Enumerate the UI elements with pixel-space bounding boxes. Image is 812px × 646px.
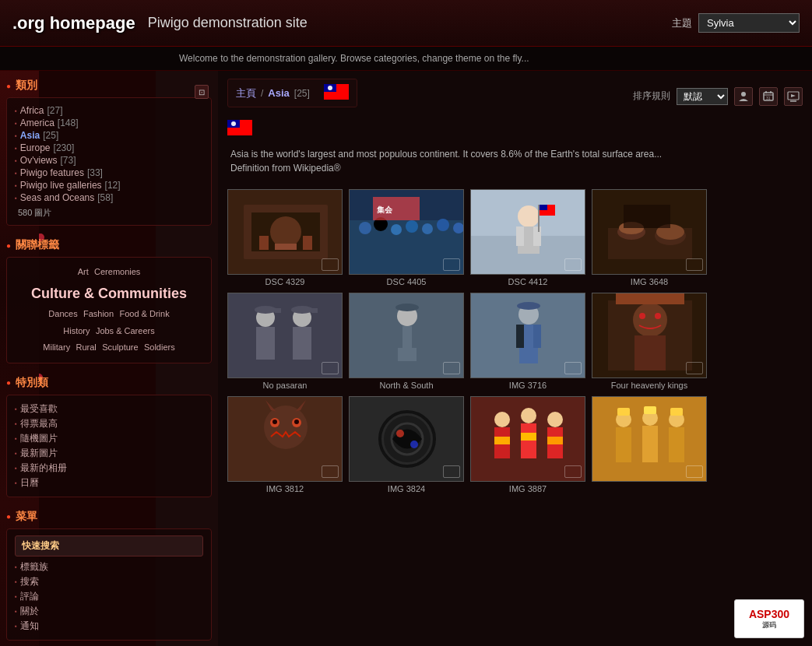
sidebar-item-africa[interactable]: Africa [27] [15, 104, 203, 117]
svg-rect-134 [669, 427, 684, 462]
sidebar-tags-section: 關聯標籤 Art Ceremonies Culture & Communitie… [6, 238, 212, 363]
piwigo-features-count: [33] [87, 167, 103, 178]
tag-fashion[interactable]: Fashion [83, 309, 114, 318]
africa-link: Africa [20, 105, 44, 116]
svg-rect-66 [533, 226, 541, 246]
asp-badge-text: 源码 [762, 620, 776, 630]
svg-point-117 [410, 441, 418, 448]
sidebar-item-favorites[interactable]: 最受喜歡 [15, 402, 203, 416]
europe-link: Europe [20, 142, 51, 153]
sort-controls: 排序規則 默認 評分 最新 文件名 [633, 87, 803, 106]
svg-rect-89 [395, 326, 402, 348]
breadcrumb-row: 主頁 / Asia [25] 排序規則 默認 評分 [227, 79, 803, 114]
photo-thumb-img3716[interactable] [470, 293, 585, 378]
tag-soldiers[interactable]: Soldiers [144, 342, 175, 352]
svg-rect-135 [617, 408, 630, 416]
sidebar-item-tags[interactable]: 標籤族 [15, 560, 203, 574]
sidebar-item-about[interactable]: 關於 [15, 604, 203, 619]
ovviews-count: [73] [60, 155, 76, 166]
recent-photos-link: 最新圖片 [20, 447, 58, 460]
photo-thumb-nopasaran[interactable] [227, 293, 343, 378]
photo-thumb-fourkings[interactable] [592, 293, 707, 378]
svg-point-42 [231, 121, 236, 126]
svg-point-55 [406, 220, 418, 233]
svg-point-54 [391, 224, 402, 235]
svg-point-84 [255, 306, 276, 314]
sidebar-item-calendar[interactable]: 日曆 [15, 476, 203, 490]
svg-rect-136 [644, 406, 656, 414]
sidebar-toggle-icon[interactable]: ⊡ [195, 85, 209, 99]
tag-food[interactable]: Food & Drink [119, 309, 169, 318]
photo-item-dsc4329[interactable]: DSC 4329 [227, 189, 343, 286]
sidebar-item-europe[interactable]: Europe [230] [15, 142, 203, 154]
welcome-bar: Welcome to the demonstration gallery. Br… [0, 47, 812, 71]
sidebar-item-asia[interactable]: Asia [25] [15, 129, 203, 142]
sidebar-item-search[interactable]: 搜索 [15, 574, 203, 589]
photo-thumb-img3812[interactable] [227, 396, 343, 482]
tag-art[interactable]: Art [78, 267, 89, 276]
sidebar-item-recent-albums[interactable]: 最新的相册 [15, 461, 203, 476]
svg-point-46 [270, 216, 301, 248]
sidebar-item-random[interactable]: 隨機圖片 [15, 431, 203, 446]
site-name: Piwigo demonstration site [148, 15, 308, 31]
sidebar-item-comments[interactable]: 評論 [15, 589, 203, 604]
sidebar-item-ovviews[interactable]: Ov'views [73] [15, 154, 203, 167]
tag-dances[interactable]: Dances [48, 309, 77, 318]
photo-item-last[interactable] [592, 396, 707, 493]
sort-select[interactable]: 默認 評分 最新 文件名 [677, 88, 728, 105]
sidebar-item-notifications[interactable]: 通知 [15, 619, 203, 634]
svg-point-57 [437, 219, 449, 231]
photo-item-dsc4405[interactable]: 集会 DSC 4405 [349, 189, 464, 286]
photo-thumb-dsc4405[interactable]: 集会 [349, 189, 464, 275]
calendar-icon[interactable]: 31 [759, 87, 778, 106]
quick-search-label: 快速搜索 [15, 535, 203, 556]
special-title: 特別類 [6, 376, 212, 390]
photo-item-img3824[interactable]: IMG 3824 [349, 396, 464, 493]
tag-jobs[interactable]: Jobs & Careers [96, 326, 155, 335]
photo-thumb-northsouth[interactable] [349, 293, 464, 378]
photo-item-img3887[interactable]: IMG 3887 [470, 396, 585, 493]
theme-select[interactable]: Sylvia Default Elegant Dark [698, 13, 800, 33]
svg-point-116 [396, 430, 404, 437]
america-count: [148] [58, 118, 79, 128]
sidebar-item-piwigo-live[interactable]: Piwigo live galleries [12] [15, 179, 203, 191]
tag-history[interactable]: History [63, 326, 90, 335]
breadcrumb-home[interactable]: 主頁 [236, 86, 256, 100]
photo-thumb-img3648[interactable] [592, 189, 707, 275]
photo-thumb-last[interactable] [592, 396, 707, 482]
site-logo[interactable]: .org homepage [12, 13, 135, 33]
svg-point-121 [521, 408, 536, 423]
photo-item-img3812[interactable]: IMG 3812 [227, 396, 343, 493]
photo-thumb-dsc4329[interactable] [227, 189, 343, 275]
breadcrumb: 主頁 / Asia [25] [227, 79, 357, 107]
tag-ceremonies[interactable]: Ceremonies [94, 267, 140, 276]
tag-culture[interactable]: Culture & Communities [31, 286, 187, 301]
sidebar-item-best-rated[interactable]: 得票最高 [15, 416, 203, 431]
photo-item-northsouth[interactable]: North & South [349, 293, 464, 390]
svg-rect-77 [228, 293, 342, 378]
photo-thumb-img3824[interactable] [349, 396, 464, 482]
sidebar-item-recent-photos[interactable]: 最新圖片 [15, 446, 203, 461]
sidebar-item-america[interactable]: America [148] [15, 117, 203, 129]
photo-item-dsc4412[interactable]: DSC 4412 [470, 189, 585, 286]
tag-sculpture[interactable]: Sculpture [102, 342, 138, 352]
photo-item-nopasaran[interactable]: No pasaran [227, 293, 343, 390]
slideshow-icon[interactable] [784, 87, 803, 106]
photo-item-fourkings[interactable]: Four heavenly kings [592, 293, 707, 390]
photo-thumb-img3887[interactable] [470, 396, 585, 482]
svg-rect-67 [538, 205, 540, 232]
photo-thumb-dsc4412[interactable] [470, 189, 585, 275]
tag-rural[interactable]: Rural [76, 342, 96, 352]
photo-item-img3648[interactable]: IMG 3648 [592, 189, 707, 286]
sidebar-item-seas[interactable]: Seas and Oceans [58] [15, 191, 203, 204]
svg-rect-98 [471, 293, 585, 378]
america-link: America [20, 118, 54, 128]
photo-item-img3716[interactable]: IMG 3716 [470, 293, 585, 390]
sidebar-item-piwigo-features[interactable]: Piwigo features [33] [15, 167, 203, 179]
tag-military[interactable]: Military [43, 342, 70, 352]
view-user-icon[interactable] [734, 87, 753, 106]
svg-rect-48 [259, 236, 269, 250]
svg-rect-79 [256, 327, 275, 360]
svg-text:集会: 集会 [377, 205, 393, 214]
sidebar-menu-section: 菜單 快速搜索 標籤族 搜索 評論 關於 通知 [6, 510, 212, 641]
